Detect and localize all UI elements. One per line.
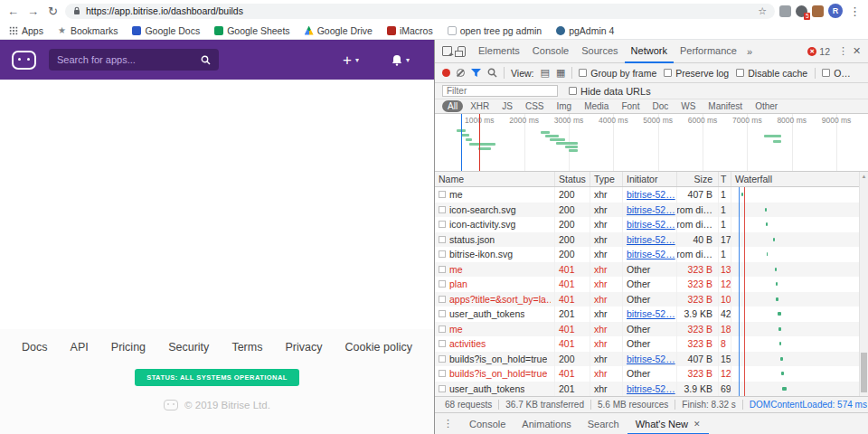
footer-link[interactable]: Privacy: [286, 341, 323, 354]
browser-menu-icon[interactable]: ⋮: [847, 5, 863, 18]
network-filter-input[interactable]: [442, 85, 558, 97]
footer-link[interactable]: Terms: [231, 341, 262, 354]
request-initiator[interactable]: Other: [623, 262, 677, 278]
filter-pill[interactable]: CSS: [520, 100, 550, 112]
network-request-row[interactable]: icon-search.svg 200 xhr bitrise-52… (fro…: [435, 203, 859, 218]
devtools-menu-icon[interactable]: ⋮: [836, 45, 850, 57]
network-request-row[interactable]: status.json 200 xhr bitrise-52… 40 B 17: [435, 232, 859, 248]
bookmark-star-icon[interactable]: ☆: [758, 5, 767, 17]
network-request-row[interactable]: builds?is_on_hold=true 200 xhr bitrise-5…: [435, 352, 859, 367]
footer-link[interactable]: Cookie policy: [345, 341, 412, 354]
request-initiator[interactable]: Other: [623, 322, 677, 337]
filter-pill[interactable]: All: [442, 100, 463, 112]
app-search-input[interactable]: [57, 54, 195, 65]
column-header-status[interactable]: Status: [555, 172, 590, 186]
footer-link[interactable]: Security: [168, 341, 209, 354]
extension-icon-1[interactable]: [779, 5, 791, 17]
filter-icon[interactable]: [471, 69, 481, 78]
drawer-menu-icon[interactable]: ⋮: [443, 418, 453, 429]
bookmark-item[interactable]: Google Sheets: [214, 25, 289, 36]
extension-icon-2[interactable]: 5: [796, 5, 807, 17]
toolbar-checkbox[interactable]: Group by frame: [579, 68, 656, 79]
bitrise-logo-icon[interactable]: [12, 51, 36, 70]
url-text[interactable]: https://app.bitrise.io/dashboard/builds: [86, 5, 752, 16]
column-header-waterfall[interactable]: Waterfall: [731, 172, 868, 186]
footer-link[interactable]: Docs: [22, 341, 47, 354]
app-search-box[interactable]: [49, 49, 219, 71]
hide-data-urls-checkbox[interactable]: Hide data URLs: [569, 86, 651, 97]
toolbar-checkbox[interactable]: O…: [815, 68, 851, 79]
forward-icon[interactable]: →: [25, 5, 41, 18]
filter-pill[interactable]: Font: [616, 100, 645, 112]
column-header-size[interactable]: Size: [677, 172, 719, 186]
request-initiator[interactable]: bitrise-52…: [623, 187, 677, 203]
footer-link[interactable]: Pricing: [111, 341, 146, 354]
scroll-up-icon[interactable]: ▲: [860, 172, 868, 181]
network-overview-timeline[interactable]: 1000 ms 2000 ms 3000 ms 4000 ms: [435, 114, 868, 172]
request-initiator[interactable]: bitrise-52…: [623, 382, 677, 397]
column-header-time[interactable]: T: [719, 172, 731, 186]
record-icon[interactable]: [442, 69, 450, 77]
network-request-row[interactable]: me 401 xhr Other 323 B 13: [435, 262, 859, 278]
inspect-element-icon[interactable]: [442, 46, 452, 56]
filter-pill[interactable]: Img: [551, 100, 577, 112]
filter-pill[interactable]: WS: [675, 100, 701, 112]
column-header-name[interactable]: Name: [435, 172, 555, 186]
devtools-tab[interactable]: Sources: [575, 40, 624, 63]
network-request-row[interactable]: icon-activity.svg 200 xhr bitrise-52… (f…: [435, 217, 859, 232]
clear-icon[interactable]: [457, 69, 465, 77]
bookmark-item[interactable]: open tree pg admin: [448, 25, 542, 36]
scrollbar-thumb[interactable]: [861, 353, 867, 392]
search-icon[interactable]: [487, 68, 497, 78]
more-tabs-icon[interactable]: »: [743, 46, 756, 57]
overview-view-icon[interactable]: ▦: [556, 67, 565, 79]
request-initiator[interactable]: bitrise-52…: [623, 203, 677, 218]
network-request-row[interactable]: activities 401 xhr Other 323 B 8: [435, 336, 859, 352]
devtools-close-icon[interactable]: ✕: [850, 45, 863, 57]
network-request-row[interactable]: builds?is_on_hold=true 401 xhr Other 323…: [435, 366, 859, 382]
drawer-tab[interactable]: Console ✕: [461, 413, 514, 434]
column-header-type[interactable]: Type: [590, 172, 623, 186]
request-initiator[interactable]: bitrise-52…: [623, 247, 677, 262]
devtools-tab[interactable]: Console: [526, 40, 575, 63]
footer-link[interactable]: API: [71, 341, 89, 354]
request-initiator[interactable]: bitrise-52…: [623, 352, 677, 367]
drawer-tab[interactable]: Search ✕: [580, 413, 627, 434]
filter-pill[interactable]: Manifest: [703, 100, 748, 112]
request-initiator[interactable]: Other: [623, 366, 677, 382]
filter-pill[interactable]: JS: [496, 100, 518, 112]
column-header-initiator[interactable]: Initiator: [623, 172, 677, 186]
console-error-badge[interactable]: ✕ 12: [807, 46, 830, 57]
network-request-row[interactable]: user_auth_tokens 201 xhr bitrise-52… 3.9…: [435, 382, 859, 397]
notifications-button[interactable]: ▾: [392, 54, 410, 66]
filter-pill[interactable]: Media: [579, 100, 614, 112]
network-request-row[interactable]: plan 401 xhr Other 323 B 12: [435, 277, 859, 292]
filter-pill[interactable]: Other: [750, 100, 783, 112]
request-initiator[interactable]: bitrise-52…: [623, 217, 677, 232]
close-icon[interactable]: ✕: [693, 420, 701, 429]
drawer-tab[interactable]: What's New ✕: [627, 413, 709, 434]
status-badge[interactable]: STATUS: ALL SYSTEMS OPERATIONAL: [135, 369, 299, 386]
bookmark-item[interactable]: Bookmarks: [58, 25, 118, 36]
reload-icon[interactable]: ↻: [45, 5, 61, 18]
filter-pill[interactable]: Doc: [646, 100, 674, 112]
request-initiator[interactable]: bitrise-52…: [623, 232, 677, 248]
toolbar-checkbox[interactable]: Preserve log: [664, 68, 729, 79]
back-icon[interactable]: ←: [5, 5, 21, 18]
request-initiator[interactable]: Other: [623, 292, 677, 307]
network-request-row[interactable]: bitrise-ikon.svg 200 xhr bitrise-52… (fr…: [435, 247, 859, 262]
bookmark-item[interactable]: Google Drive: [305, 25, 373, 36]
list-view-icon[interactable]: ▤: [541, 67, 550, 79]
add-new-button[interactable]: + ▾: [343, 52, 359, 68]
network-request-row[interactable]: user_auth_tokens 201 xhr bitrise-52… 3.9…: [435, 307, 859, 322]
address-bar[interactable]: https://app.bitrise.io/dashboard/builds …: [65, 4, 775, 19]
network-request-row[interactable]: apps?title=&sort_by=la… 401 xhr Other 32…: [435, 292, 859, 307]
devtools-tab[interactable]: Elements: [472, 40, 526, 63]
extension-icon-3[interactable]: [812, 5, 824, 17]
devtools-tab[interactable]: Performance: [674, 40, 743, 63]
profile-avatar[interactable]: R: [828, 4, 843, 18]
bookmark-item[interactable]: iMacros: [387, 25, 433, 36]
request-initiator[interactable]: Other: [623, 277, 677, 292]
network-request-row[interactable]: me 200 xhr bitrise-52… 407 B 1: [435, 187, 859, 203]
bookmark-item[interactable]: Apps: [9, 25, 43, 36]
